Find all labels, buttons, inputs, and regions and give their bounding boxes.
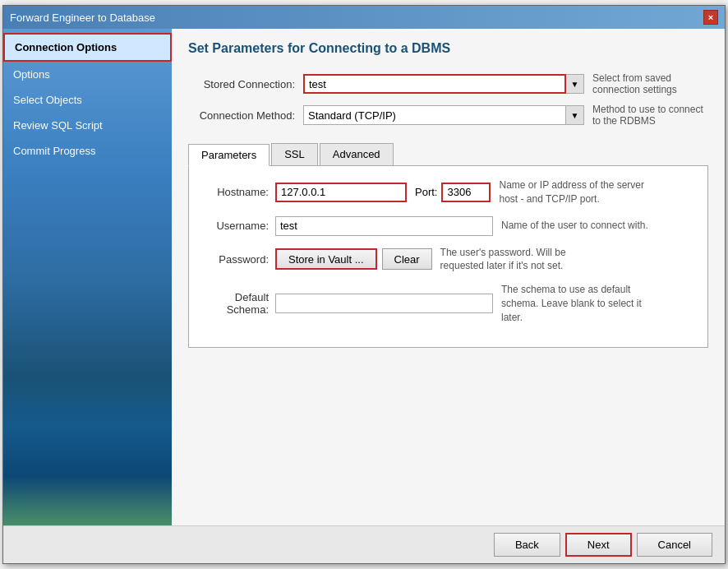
default-schema-row: Default Schema: The schema to use as def… (201, 283, 695, 324)
dialog-body: Connection Options Options Select Object… (3, 29, 725, 525)
connection-method-input[interactable] (303, 105, 566, 125)
sidebar-item-options[interactable]: Options (3, 62, 172, 87)
main-content: Set Parameters for Connecting to a DBMS … (172, 29, 725, 525)
sidebar-item-connection-options[interactable]: Connection Options (3, 33, 172, 62)
username-hint: Name of the user to connect with. (501, 219, 648, 233)
connection-method-hint: Method to use to connect to the RDBMS (592, 104, 708, 127)
sidebar-item-select-objects[interactable]: Select Objects (3, 87, 172, 113)
hostname-input[interactable] (275, 183, 407, 202)
close-button[interactable]: × (703, 10, 718, 25)
window-title: Forward Engineer to Database (10, 12, 155, 24)
tab-advanced[interactable]: Advanced (320, 143, 394, 165)
default-schema-input[interactable] (275, 294, 493, 313)
username-label: Username: (201, 220, 275, 232)
tabs-container: Parameters SSL Advanced Hostname: (188, 143, 708, 348)
connection-method-label: Connection Method: (188, 109, 303, 122)
username-input[interactable] (275, 216, 493, 236)
connection-method-row: Connection Method: ▼ Method to use to co… (188, 104, 708, 127)
cancel-button[interactable]: Cancel (637, 533, 712, 557)
default-schema-hint: The schema to use as default schema. Lea… (501, 283, 666, 324)
stored-connection-row: Stored Connection: ▼ Select from saved c… (188, 72, 708, 95)
hostname-row: Hostname: Port: Name or IP address of th… (201, 178, 695, 206)
default-schema-label: Default Schema: (201, 291, 275, 316)
dialog-window: Forward Engineer to Database × Connectio… (2, 5, 726, 564)
password-hint: The user's password. Will be requested l… (440, 246, 605, 274)
sidebar: Connection Options Options Select Object… (3, 29, 172, 525)
stored-connection-hint: Select from saved connection settings (592, 72, 708, 95)
connection-method-arrow[interactable]: ▼ (566, 105, 584, 125)
password-label: Password: (201, 253, 275, 266)
tab-ssl[interactable]: SSL (271, 143, 318, 165)
stored-connection-combo: ▼ (303, 74, 584, 94)
stored-connection-arrow[interactable]: ▼ (566, 74, 584, 94)
next-button[interactable]: Next (565, 533, 632, 557)
port-input[interactable] (441, 183, 491, 202)
title-bar: Forward Engineer to Database × (3, 6, 725, 29)
tabs-row: Parameters SSL Advanced (188, 143, 708, 166)
clear-password-button[interactable]: Clear (382, 248, 432, 270)
password-row: Password: Store in Vault ... Clear The u… (201, 246, 695, 274)
hostname-label: Hostname: (201, 186, 275, 198)
sidebar-item-commit-progress[interactable]: Commit Progress (3, 138, 172, 164)
dialog-footer: Back Next Cancel (3, 525, 725, 563)
page-title: Set Parameters for Connecting to a DBMS (188, 41, 708, 56)
stored-connection-input[interactable] (303, 74, 566, 94)
port-label: Port: (415, 186, 437, 198)
tab-parameters[interactable]: Parameters (188, 144, 270, 166)
hostname-hint: Name or IP address of the server host - … (499, 178, 663, 206)
store-in-vault-button[interactable]: Store in Vault ... (275, 248, 377, 270)
tab-content-parameters: Hostname: Port: Name or IP address of th… (188, 166, 708, 348)
back-button[interactable]: Back (494, 533, 560, 557)
stored-connection-label: Stored Connection: (188, 78, 303, 90)
connection-method-combo: ▼ (303, 105, 584, 125)
sidebar-item-review-sql-script[interactable]: Review SQL Script (3, 113, 172, 138)
username-row: Username: Name of the user to connect wi… (201, 216, 695, 236)
